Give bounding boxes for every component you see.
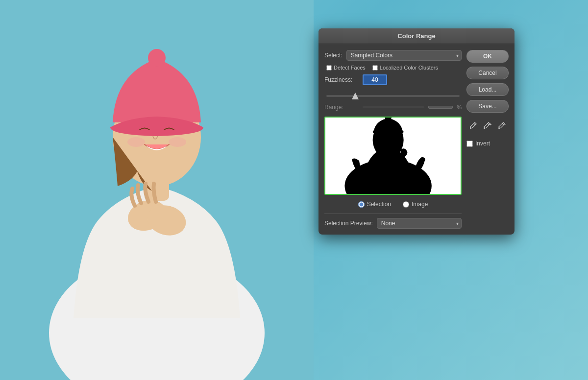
range-row: Range: %: [324, 104, 462, 111]
svg-point-14: [470, 127, 471, 129]
selection-radio-text: Selection: [367, 201, 391, 208]
invert-checkbox[interactable]: [466, 141, 473, 147]
svg-point-6: [169, 137, 186, 147]
fuzziness-input[interactable]: [363, 74, 387, 85]
load-button[interactable]: Load...: [466, 83, 509, 96]
range-percent: %: [457, 104, 462, 110]
localized-color-clusters-label: Localized Color Clusters: [380, 65, 438, 71]
eyedropper-group: + −: [466, 120, 509, 133]
invert-label: Invert: [475, 140, 490, 147]
fuzziness-slider[interactable]: [326, 95, 460, 97]
image-radio-label[interactable]: Image: [403, 201, 428, 208]
svg-point-5: [127, 137, 145, 147]
dialog-title: Color Range: [397, 32, 435, 40]
select-row: Select: Sampled Colors Reds Yellows Gree…: [324, 50, 462, 61]
selection-preview-dropdown[interactable]: None Grayscale Black Matte White Matte Q…: [377, 218, 462, 229]
selection-radio-label[interactable]: Selection: [358, 201, 391, 208]
save-button[interactable]: Save...: [466, 100, 509, 113]
background-photo: [0, 0, 314, 380]
eyedropper-add-icon: +: [484, 122, 491, 130]
fuzziness-row: Fuzziness:: [324, 74, 462, 85]
dialog-main-content: Select: Sampled Colors Reds Yellows Gree…: [324, 50, 462, 229]
localized-color-clusters-checkbox[interactable]: [372, 65, 378, 71]
svg-point-17: [498, 127, 500, 129]
dialog-titlebar: Color Range: [318, 28, 514, 44]
image-radio[interactable]: [403, 201, 409, 208]
preview-canvas: [325, 118, 461, 194]
range-value-box: [428, 106, 453, 109]
eyedropper-add-button[interactable]: +: [481, 120, 494, 133]
invert-checkbox-label[interactable]: Invert: [466, 140, 509, 147]
ok-button[interactable]: OK: [466, 50, 509, 63]
eyedropper-subtract-button[interactable]: −: [496, 120, 509, 133]
preview-container: [324, 117, 462, 195]
cancel-button[interactable]: Cancel: [466, 67, 509, 79]
svg-text:−: −: [504, 122, 506, 127]
select-dropdown-wrapper[interactable]: Sampled Colors Reds Yellows Greens Cyans…: [346, 50, 462, 61]
eyedropper-icon: [469, 122, 477, 130]
checkboxes-row: Detect Faces Localized Color Clusters: [324, 65, 462, 71]
selection-preview-dropdown-wrapper[interactable]: None Grayscale Black Matte White Matte Q…: [377, 218, 462, 229]
image-radio-text: Image: [412, 201, 428, 208]
fuzziness-slider-container: [324, 89, 462, 100]
select-dropdown[interactable]: Sampled Colors Reds Yellows Greens Cyans…: [346, 50, 462, 61]
fuzziness-label: Fuzziness:: [324, 76, 359, 83]
eyedropper-subtract-icon: −: [498, 122, 506, 130]
selection-preview-row: Selection Preview: None Grayscale Black …: [324, 214, 462, 229]
detect-faces-label: Detect Faces: [334, 65, 366, 71]
svg-point-12: [373, 128, 404, 136]
radio-row: Selection Image: [324, 201, 462, 208]
range-label: Range:: [324, 104, 359, 111]
svg-point-4: [148, 49, 166, 67]
selection-radio[interactable]: [358, 201, 365, 208]
localized-color-clusters-checkbox-label[interactable]: Localized Color Clusters: [372, 65, 438, 71]
detect-faces-checkbox[interactable]: [326, 65, 332, 71]
svg-point-15: [484, 127, 485, 129]
svg-text:+: +: [490, 122, 491, 127]
detect-faces-checkbox-label[interactable]: Detect Faces: [326, 65, 366, 71]
dialog-buttons: OK Cancel Load... Save...: [466, 50, 509, 229]
eyedropper-sample-button[interactable]: [466, 120, 479, 133]
color-range-dialog: Color Range Select: Sampled Colors Reds …: [318, 28, 514, 235]
range-slider-track: [363, 106, 424, 108]
select-label: Select:: [324, 52, 343, 59]
selection-preview-label: Selection Preview:: [324, 220, 373, 227]
